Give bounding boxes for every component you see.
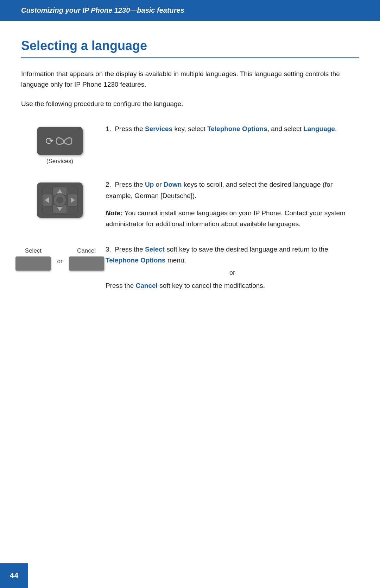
services-key-svg [53, 133, 75, 149]
step-1-text: 1. Press the Services key, select Teleph… [106, 123, 359, 134]
intro-para-1: Information that appears on the display … [21, 69, 359, 90]
step-3-image-col: Select or Cancel [21, 244, 99, 271]
step-1-row: ⟳ (Services) [21, 123, 359, 165]
select-key-col: Select [15, 247, 51, 271]
sub-or-label: or [106, 269, 359, 277]
step-2-note: Note: You cannot install some languages … [106, 208, 359, 230]
services-key-image: ⟳ [37, 127, 83, 155]
page-title: Selecting a language [21, 38, 359, 58]
intro-para-2: Use the following procedure to configure… [21, 99, 359, 109]
main-content: Selecting a language Information that ap… [0, 21, 380, 327]
step-1-telephone-options-link: Telephone Options [207, 125, 267, 132]
step-2-up-link: Up [145, 181, 154, 188]
step-1-image-label: (Services) [46, 158, 74, 165]
step-1-text-col: 1. Press the Services key, select Teleph… [99, 123, 359, 134]
softkey-or-label: or [57, 247, 62, 265]
step-3-select-link: Select [145, 246, 165, 253]
step-1-language-link: Language [303, 125, 335, 132]
header-text: Customizing your IP Phone 1230—basic fea… [21, 6, 184, 14]
step-3-text-col: 3. Press the Select soft key to save the… [99, 244, 359, 291]
page-number: 44 [10, 571, 18, 580]
cancel-link: Cancel [136, 282, 158, 289]
step-3-row: Select or Cancel 3. Press the Select sof… [21, 244, 359, 291]
svg-point-12 [56, 197, 63, 204]
select-key-btn [15, 256, 51, 271]
note-label: Note: [106, 209, 123, 217]
step-1-image-col: ⟳ (Services) [21, 123, 99, 165]
header-bar: Customizing your IP Phone 1230—basic fea… [0, 0, 380, 21]
step-2-text-col: 2. Press the Up or Down keys to scroll, … [99, 179, 359, 229]
services-key-icon: ⟳ [45, 135, 53, 147]
step-2-down-link: Down [164, 181, 182, 188]
step-2-row: 2. Press the Up or Down keys to scroll, … [21, 179, 359, 229]
step-2-number: 2. [106, 181, 115, 188]
select-key-label: Select [25, 247, 42, 254]
steps-container: ⟳ (Services) [21, 123, 359, 305]
step-1-number: 1. [106, 125, 115, 132]
step-3-text: 3. Press the Select soft key to save the… [106, 244, 359, 266]
step-2-text: 2. Press the Up or Down keys to scroll, … [106, 179, 359, 201]
step-1-services-link: Services [145, 125, 172, 132]
intro-bold-dot: . [181, 100, 183, 107]
nav-keys-image [37, 182, 83, 218]
press-cancel-text: Press the Cancel soft key to cancel the … [106, 280, 359, 291]
intro-para-2-prefix: Use the following procedure to configure… [21, 100, 181, 107]
step-3-telephone-options-link: Telephone Options [106, 256, 166, 264]
step-3-number: 3. [106, 246, 115, 253]
softkey-row: Select or Cancel [15, 247, 104, 271]
footer-bar: 44 [0, 563, 28, 588]
step-2-image-col [21, 179, 99, 218]
nav-keys-svg [40, 184, 79, 216]
cancel-key-label: Cancel [77, 247, 96, 254]
